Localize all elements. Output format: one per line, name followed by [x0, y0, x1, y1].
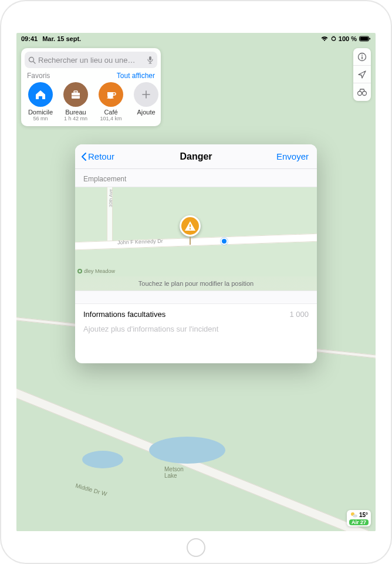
cup-icon	[104, 88, 117, 101]
plus-icon	[141, 89, 151, 100]
favorite-add-label: Ajoute	[137, 109, 155, 116]
modal-header: Retour Danger Envoyer	[75, 144, 317, 169]
hazard-pin[interactable]	[180, 215, 201, 245]
info-button[interactable]	[353, 48, 371, 66]
svg-point-16	[358, 92, 362, 96]
modal-side-road-label: 30th Ave	[108, 189, 113, 207]
battery-pct: 100 %	[339, 35, 357, 42]
svg-rect-6	[149, 56, 151, 60]
locate-button[interactable]	[353, 66, 371, 83]
favorite-label: Café	[104, 109, 117, 116]
svg-point-14	[361, 55, 363, 56]
wifi-icon	[320, 36, 329, 42]
report-modal: Retour Danger Envoyer Emplacement 30th A…	[75, 144, 317, 363]
ipad-frame: Metson Lake Middle Dr W 09:41 Mar. 15 se…	[0, 0, 392, 564]
svg-point-0	[332, 37, 335, 40]
svg-rect-2	[360, 37, 369, 40]
park-dot-icon	[77, 269, 82, 273]
status-time: 09:41	[21, 35, 38, 42]
weather-partly-cloudy-icon	[350, 511, 358, 518]
search-placeholder: Rechercher un lieu ou une…	[38, 56, 147, 65]
show-all-link[interactable]: Tout afficher	[117, 72, 155, 80]
lake-shape	[149, 437, 225, 464]
svg-point-10	[107, 97, 114, 99]
map-hint: Touchez le plan pour modifier la positio…	[75, 276, 317, 291]
favorite-work[interactable]: Bureau 1 h 42 mn	[61, 82, 90, 121]
lake-label: Metson Lake	[164, 466, 184, 479]
svg-rect-20	[190, 224, 191, 227]
info-header: Informations facultatives 1 000	[75, 304, 317, 321]
mic-icon	[147, 56, 154, 64]
info-textarea[interactable]: Ajoutez plus d'informations sur l'incide…	[75, 321, 317, 363]
search-icon	[28, 56, 36, 64]
svg-point-21	[190, 228, 191, 229]
favorite-cafe[interactable]: Café 101,4 km	[96, 82, 126, 121]
info-icon	[357, 52, 367, 62]
warning-triangle-icon	[184, 221, 196, 231]
send-label: Envoyer	[276, 151, 309, 161]
briefcase-icon	[69, 88, 82, 101]
svg-rect-15	[361, 56, 363, 59]
favorites-row: Domicile 56 mn Bureau 1 h 42 mn Café 101…	[25, 81, 157, 121]
location-section-label: Emplacement	[75, 169, 317, 187]
battery-icon	[359, 36, 371, 42]
location-arrow-icon	[357, 70, 367, 79]
favorite-add[interactable]: Ajoute	[131, 82, 161, 121]
status-date: Mar. 15 sept.	[42, 35, 81, 42]
favorite-sub: 1 h 42 mn	[64, 116, 87, 121]
weather-aqi: Air 27	[349, 519, 369, 525]
home-button[interactable]	[187, 538, 205, 557]
back-label: Retour	[88, 151, 114, 161]
weather-temp: 15°	[359, 512, 368, 518]
user-location-dot	[221, 238, 228, 245]
meadow-label: dley Meadow	[77, 268, 115, 274]
favorites-label: Favoris	[27, 72, 50, 80]
send-button[interactable]: Envoyer	[276, 144, 309, 168]
svg-line-5	[33, 61, 35, 63]
screen: Metson Lake Middle Dr W 09:41 Mar. 15 se…	[16, 33, 376, 531]
svg-rect-3	[370, 38, 371, 40]
back-button[interactable]: Retour	[81, 144, 114, 168]
binoculars-button[interactable]	[353, 83, 371, 101]
modal-divider	[75, 291, 317, 304]
chevron-left-icon	[81, 152, 87, 161]
search-input[interactable]: Rechercher un lieu ou une…	[25, 52, 157, 68]
favorite-sub: 101,4 km	[100, 116, 121, 121]
favorite-sub: 56 mn	[33, 116, 48, 121]
status-bar: 09:41 Mar. 15 sept. 100 %	[16, 33, 376, 45]
modal-map[interactable]: 30th Ave John F Kennedy Dr dley Meadow T…	[75, 187, 317, 291]
binoculars-icon	[357, 88, 367, 96]
map-controls	[353, 48, 371, 101]
modal-title: Danger	[180, 151, 212, 162]
svg-rect-8	[74, 91, 77, 93]
lake-shape-2	[82, 451, 123, 468]
svg-point-19	[353, 515, 357, 518]
svg-point-17	[363, 92, 367, 96]
search-panel: Rechercher un lieu ou une… Favoris Tout …	[21, 48, 161, 126]
favorite-home[interactable]: Domicile 56 mn	[26, 82, 55, 121]
info-placeholder: Ajoutez plus d'informations sur l'incide…	[83, 325, 218, 333]
info-label: Informations facultatives	[83, 310, 165, 319]
favorite-label: Bureau	[65, 109, 86, 116]
weather-badge[interactable]: 15° Air 27	[347, 510, 371, 526]
rotation-lock-icon	[331, 36, 336, 42]
char-limit: 1 000	[289, 310, 309, 319]
home-icon	[34, 88, 47, 101]
favorite-label: Domicile	[28, 109, 53, 116]
